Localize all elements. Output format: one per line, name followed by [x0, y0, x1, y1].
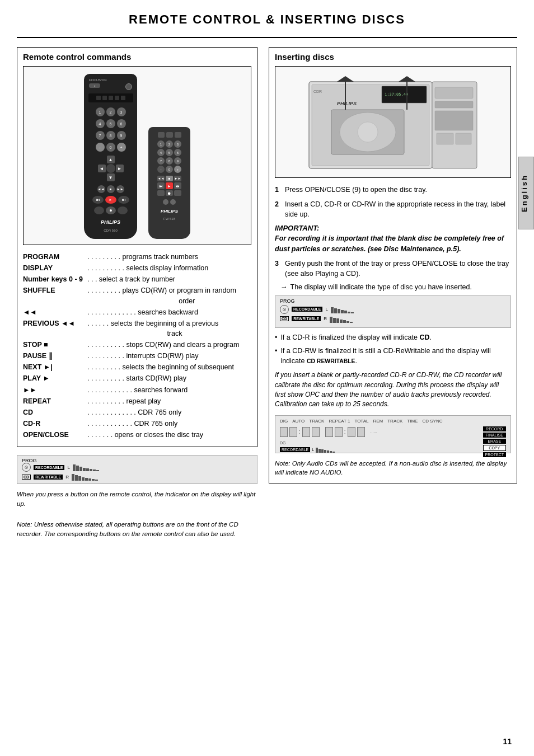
inserting-discs-title: Inserting discs [275, 52, 511, 62]
svg-rect-14 [456, 133, 471, 144]
commands-list: PROGRAM. . . . . . . . . programs track … [23, 252, 251, 440]
inserting-discs-section: Inserting discs PHILIPS CDR [269, 47, 517, 483]
cmd-desc-repeat: repeat play [126, 396, 251, 406]
page-title: REMOTE CONTROL & INSERTING DISCS [17, 0, 517, 38]
bullet-1: • If a CD-R is finalized the display wil… [275, 332, 511, 342]
cmd-key-next: NEXT ►| [23, 362, 87, 372]
cmd-desc-openclose: opens or closes the disc tray [115, 430, 251, 440]
cmd-key-numkeys: Number keys 0 - 9 [23, 274, 87, 284]
cmd-desc-numkeys: select a track by number [99, 274, 251, 284]
page-number: 11 [503, 737, 512, 746]
copy-button: COPY [483, 445, 506, 451]
cmd-desc-next: selects the beginning of subsequent [123, 362, 251, 372]
philips-logo-cdr: PHILIPS [101, 219, 120, 225]
step-3: 3 Gently push the front of the tray or p… [275, 259, 511, 279]
cmd-key-stop: STOP ■ [23, 340, 87, 350]
svg-rect-11 [435, 101, 473, 108]
bottom-note: Note: Only Audio CDs will be accepted. I… [275, 459, 511, 477]
svg-text:CDR: CDR [313, 90, 322, 93]
cmd-desc-play: starts CD(RW) play [126, 373, 251, 383]
step-2: 2 Insert a CD, CD-R or CD-RW in the appr… [275, 199, 511, 219]
svg-marker-15 [337, 76, 354, 82]
disp-bars-l [73, 463, 99, 471]
fw-model: FW 518 [163, 217, 175, 220]
cdr-model: CDR 560 [104, 229, 118, 232]
cmd-key-display: DISPLAY [23, 263, 87, 273]
bullet-2: • If a CD-RW is finalized it is still a … [275, 346, 511, 366]
cmd-desc-shuffle: plays CD(RW) or program in random order [123, 285, 251, 306]
arrow-note-text: The display will indicate the type of di… [291, 283, 472, 291]
protect-button: PROTECT [483, 452, 506, 457]
insert-device-image: PHILIPS CDR 1:37:05.40 [275, 66, 511, 178]
important-text: For recording it is important that the b… [275, 233, 511, 253]
svg-text:1:37:05.40: 1:37:05.40 [385, 92, 408, 97]
cmd-key-ff: ►► [23, 385, 87, 395]
svg-point-4 [358, 122, 378, 142]
cmd-key-rew: ◄◄ [23, 307, 87, 317]
note1: When you press a button on the remote co… [17, 490, 257, 508]
svg-marker-17 [399, 76, 415, 82]
cmd-desc-program: programs track numbers [123, 252, 251, 262]
recordable-badge-disp2: RECORDABLE [280, 447, 310, 452]
disp-rewritable-badge-2: REWRITABLE [292, 316, 321, 321]
cmd-desc-cdr: CDR 765 only [134, 419, 251, 429]
cdr-remote: FOCUS/ON ● [84, 74, 137, 239]
disp-bars-r [72, 473, 98, 481]
arrow-note: → The display will indicate the type of … [280, 283, 511, 291]
remote-drawings: FOCUS/ON ● [29, 72, 245, 239]
english-tab: English [518, 157, 534, 229]
record-button: RECORD [483, 426, 506, 431]
left-column: Remote control commands FOCUS/ON ● [17, 47, 257, 539]
display-box2: DIGAUTOTRACKREPEAT 1TOTALREMTRACKTIMECD … [275, 415, 511, 453]
cmd-desc-pause: interrupts CD(RW) play [126, 351, 251, 361]
display-indicator-1: PROG ◎ RECORDABLE L CD REWRITABLE [17, 455, 257, 484]
display-indicator-2: PROG ◎ RECORDABLE L [275, 295, 511, 328]
remote-image-area: FOCUS/ON ● [23, 66, 251, 245]
philips-logo-fw: PHILIPS [161, 209, 178, 214]
cmd-desc-display: selects display information [126, 263, 251, 273]
cmd-key-repeat: REPEAT [23, 396, 87, 406]
cmd-key-cdr: CD-R [23, 419, 87, 429]
cmd-key-cd: CD [23, 407, 87, 417]
step-3-text: Gently push the front of the tray or pre… [285, 259, 511, 279]
cmd-desc-cd: CDR 765 only [138, 407, 251, 417]
disp-recordable-badge: RECORDABLE [34, 465, 64, 470]
remote-commands-title: Remote control commands [23, 52, 251, 62]
cmd-key-previous: PREVIOUS ◄◄ [23, 318, 87, 339]
cmd-key-pause: PAUSE ‖ [23, 351, 87, 361]
remote-commands-section: Remote control commands FOCUS/ON ● [17, 47, 257, 447]
cmd-desc-previous: selects the beginning of a previous trac… [111, 318, 251, 339]
cmd-desc-rew: searches backward [138, 307, 251, 317]
disp-circle-1: ◎ [22, 463, 31, 472]
step-1-text: Press OPEN/CLOSE (9) to open the disc tr… [285, 185, 511, 195]
cmd-key-shuffle: SHUFFLE [23, 285, 87, 306]
fw-remote: 1 2 3 4 5 6 7 8 [148, 127, 190, 239]
disp2-toprow: DIGAUTOTRACKREPEAT 1TOTALREMTRACKTIMECD … [280, 419, 506, 424]
cmd-key-openclose: OPEN/CLOSE [23, 430, 87, 440]
important-label: IMPORTANT: [275, 224, 511, 232]
step-1: 1 Press OPEN/CLOSE (9) to open the disc … [275, 185, 511, 195]
svg-rect-10 [435, 87, 473, 98]
cmd-key-play: PLAY ► [23, 373, 87, 383]
device-svg: PHILIPS CDR 1:37:05.40 [303, 71, 483, 174]
step-2-text: Insert a CD, CD-R or CD-RW in the approp… [285, 199, 511, 219]
disp-rewritable-badge: REWRITABLE [34, 475, 63, 480]
remote-top-label: FOCUS/ON [89, 78, 107, 82]
cmd-desc-stop: stops CD(RW) and clears a program [126, 340, 251, 350]
disp-recordable-badge-2: RECORDABLE [292, 307, 322, 312]
italic-note: If you insert a blank or partly-recorded… [275, 370, 511, 410]
cmd-desc-ff: searches forward [134, 385, 251, 395]
right-column: Inserting discs PHILIPS CDR [269, 47, 517, 539]
note2: Note: Unless otherwise stated, all opera… [17, 520, 257, 538]
erase-button: ERASE [483, 439, 506, 444]
cmd-key-program: PROGRAM [23, 252, 87, 262]
svg-text:PHILIPS: PHILIPS [337, 101, 357, 106]
finalise-button: FINALISE [483, 433, 506, 438]
disp-circle-2: ◎ [280, 305, 289, 314]
svg-rect-13 [437, 133, 453, 144]
svg-rect-12 [435, 111, 473, 130]
